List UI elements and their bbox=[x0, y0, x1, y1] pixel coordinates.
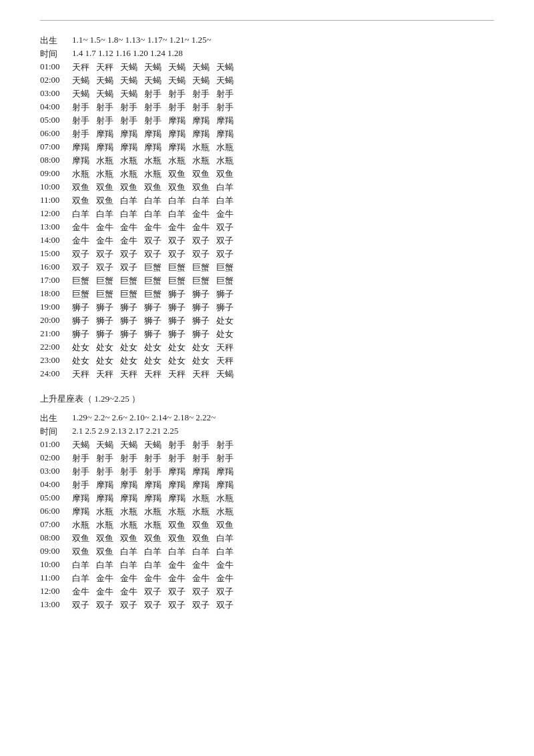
table-row: 09:00水瓶水瓶水瓶水瓶双鱼双鱼双鱼 bbox=[40, 167, 240, 181]
table-row: 18:00巨蟹巨蟹巨蟹巨蟹狮子狮子狮子 bbox=[40, 288, 240, 301]
table-row: 23:00处女处女处女处女处女处女天秤 bbox=[40, 354, 240, 368]
table-row: 11:00白羊金牛金牛金牛金牛金牛金牛 bbox=[40, 572, 240, 585]
table-row: 09:00双鱼双鱼白羊白羊白羊白羊白羊 bbox=[40, 545, 240, 558]
table-row: 10:00白羊白羊白羊白羊金牛金牛金牛 bbox=[40, 558, 240, 572]
section1: 出生1.1~ 1.5~ 1.8~ 1.13~ 1.17~ 1.21~ 1.25~… bbox=[40, 34, 494, 381]
table-row: 03:00天蝎天蝎天蝎射手射手射手射手 bbox=[40, 87, 240, 101]
table-row: 10:00双鱼双鱼双鱼双鱼双鱼双鱼白羊 bbox=[40, 181, 240, 194]
time-header-row: 时间2.1 2.5 2.9 2.13 2.17 2.21 2.25 bbox=[40, 425, 240, 438]
table-row: 08:00摩羯水瓶水瓶水瓶水瓶水瓶水瓶 bbox=[40, 154, 240, 167]
table-row: 19:00狮子狮子狮子狮子狮子狮子狮子 bbox=[40, 301, 240, 314]
table-row: 12:00金牛金牛金牛双子双子双子双子 bbox=[40, 585, 240, 599]
table-row: 13:00金牛金牛金牛金牛金牛金牛双子 bbox=[40, 221, 240, 234]
table-row: 21:00狮子狮子狮子狮子狮子狮子处女 bbox=[40, 328, 240, 341]
table-row: 24:00天秤天秤天秤天秤天秤天秤天蝎 bbox=[40, 368, 240, 381]
table-row: 01:00天蝎天蝎天蝎天蝎射手射手射手 bbox=[40, 438, 240, 452]
time-header-row: 时间1.4 1.7 1.12 1.16 1.20 1.24 1.28 bbox=[40, 47, 240, 61]
table-row: 22:00处女处女处女处女处女处女天秤 bbox=[40, 341, 240, 354]
table-row: 13:00双子双子双子双子双子双子双子 bbox=[40, 599, 240, 612]
table-row: 05:00射手射手射手射手摩羯摩羯摩羯 bbox=[40, 114, 240, 127]
table-row: 04:00射手摩羯摩羯摩羯摩羯摩羯摩羯 bbox=[40, 478, 240, 492]
table-row: 11:00双鱼双鱼白羊白羊白羊白羊白羊 bbox=[40, 194, 240, 208]
table-row: 07:00水瓶水瓶水瓶水瓶双鱼双鱼双鱼 bbox=[40, 518, 240, 532]
table-row: 17:00巨蟹巨蟹巨蟹巨蟹巨蟹巨蟹巨蟹 bbox=[40, 274, 240, 288]
table-row: 15:00双子双子双子双子双子双子双子 bbox=[40, 248, 240, 261]
table-row: 12:00白羊白羊白羊白羊白羊金牛金牛 bbox=[40, 208, 240, 221]
birth-row: 出生1.1~ 1.5~ 1.8~ 1.13~ 1.17~ 1.21~ 1.25~ bbox=[40, 34, 240, 47]
table-row: 14:00金牛金牛金牛双子双子双子双子 bbox=[40, 234, 240, 248]
birth-row: 出生1.29~ 2.2~ 2.6~ 2.10~ 2.14~ 2.18~ 2.22… bbox=[40, 412, 240, 425]
table-row: 01:00天秤天秤天蝎天蝎天蝎天蝎天蝎 bbox=[40, 61, 240, 74]
table-row: 02:00射手射手射手射手射手射手射手 bbox=[40, 452, 240, 465]
table-row: 06:00摩羯水瓶水瓶水瓶水瓶水瓶水瓶 bbox=[40, 505, 240, 518]
table-row: 16:00双子双子双子巨蟹巨蟹巨蟹巨蟹 bbox=[40, 261, 240, 274]
table-row: 08:00双鱼双鱼双鱼双鱼双鱼双鱼白羊 bbox=[40, 532, 240, 545]
section2-title: 上升星座表（ 1.29~2.25 ） bbox=[40, 393, 494, 405]
table-row: 02:00天蝎天蝎天蝎天蝎天蝎天蝎天蝎 bbox=[40, 74, 240, 87]
table-row: 03:00射手射手射手射手摩羯摩羯摩羯 bbox=[40, 465, 240, 478]
table-row: 07:00摩羯摩羯摩羯摩羯摩羯水瓶水瓶 bbox=[40, 141, 240, 154]
section2: 出生1.29~ 2.2~ 2.6~ 2.10~ 2.14~ 2.18~ 2.22… bbox=[40, 412, 494, 612]
table-row: 04:00射手射手射手射手射手射手射手 bbox=[40, 101, 240, 114]
table-row: 05:00摩羯摩羯摩羯摩羯摩羯水瓶水瓶 bbox=[40, 492, 240, 505]
table-row: 06:00射手摩羯摩羯摩羯摩羯摩羯摩羯 bbox=[40, 127, 240, 141]
table-row: 20:00狮子狮子狮子狮子狮子狮子处女 bbox=[40, 314, 240, 328]
